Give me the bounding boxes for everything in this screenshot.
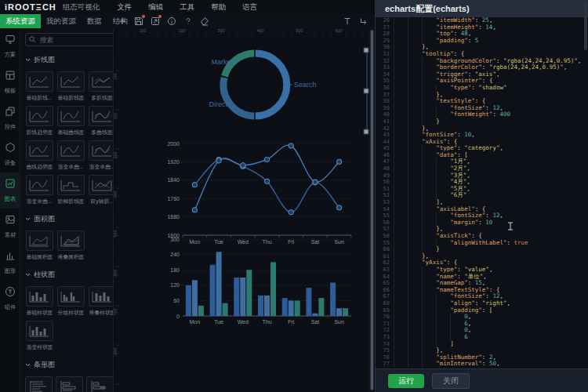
menu-item[interactable]: 语言 (242, 2, 257, 13)
rail-item-方案[interactable]: 方案 (0, 28, 20, 64)
line-number: 69 (376, 307, 390, 314)
line-number: 66 (376, 287, 390, 294)
library-item[interactable]: 堆叠柱状图 (88, 286, 114, 317)
editor-scrollbar[interactable] (584, 2, 587, 50)
library-item[interactable]: 渐变单曲... (25, 175, 53, 205)
menu-item[interactable]: 工具 (180, 2, 194, 13)
library-item-label: 多折线图 (91, 94, 113, 101)
chart-icon (5, 178, 16, 192)
library-item[interactable]: 基础折线... (25, 71, 53, 102)
donut-chart[interactable]: MarketSearchDirect (184, 43, 357, 129)
library-item[interactable]: 曲线趋势图 (25, 140, 53, 171)
library-item[interactable]: 基础折线图 (56, 71, 85, 102)
tab-系统资源[interactable]: 系统资源 (0, 14, 41, 28)
line-number: 41 (376, 118, 390, 125)
add-icon[interactable] (118, 16, 127, 26)
library-item[interactable]: 多曲线图 (88, 106, 114, 136)
library-item-label: 基础折线图 (57, 94, 83, 101)
line-number: 42 (376, 125, 390, 132)
line-number: 40 (376, 111, 390, 118)
menu-item[interactable]: 帮助 (211, 2, 226, 13)
library-item[interactable]: 双y轴折... (88, 175, 114, 205)
rail-item-素材[interactable]: 素材 (0, 209, 20, 245)
library-item[interactable]: 阶梯折线图 (56, 175, 85, 205)
svg-text:700: 700 (114, 308, 118, 315)
library-item[interactable] (56, 376, 83, 392)
rail-item-模板[interactable]: 模板 (0, 64, 20, 100)
chevron-down-icon (25, 217, 31, 221)
corner-arrow-icon[interactable] (359, 16, 368, 26)
save-icon[interactable] (134, 16, 143, 26)
export-icon[interactable] (151, 16, 160, 26)
library-item-label: 基础柱状图 (26, 309, 52, 316)
section-header[interactable]: 折线图 (25, 55, 108, 65)
line-number: 38 (376, 98, 390, 105)
help-icon[interactable] (183, 16, 193, 26)
code-line: 29"padding": 5 (376, 38, 588, 45)
rail-item-图表[interactable]: 图表 (0, 172, 20, 209)
line-number: 70 (376, 314, 390, 321)
menu-item[interactable]: 编辑 (148, 2, 163, 13)
rail-item-label: 图形 (4, 267, 15, 275)
library-item[interactable]: 折线趋势图 (25, 106, 53, 136)
subbar: 系统资源我的资源数据结构 (0, 14, 375, 28)
rail-item-控件[interactable]: 控件 (0, 100, 20, 136)
library-item[interactable]: 多折线图 (88, 71, 114, 102)
section-header[interactable]: 柱状图 (25, 270, 108, 280)
svg-text:240: 240 (170, 252, 180, 257)
rail-item-图形[interactable]: 图形 (0, 245, 20, 281)
app-logo: iROOTΞCH (5, 2, 56, 12)
rail-item-组件[interactable]: 组件 (0, 281, 20, 317)
line-number: 28 (376, 31, 390, 38)
library-item[interactable]: 基础柱状图 (25, 286, 53, 317)
bar-chart[interactable]: 060120180240300MonTueWedThuFriSatSun (167, 231, 363, 329)
bars-thumbnail-icon (26, 286, 53, 307)
tab-我的资源[interactable]: 我的资源 (41, 14, 82, 28)
code-editor[interactable]: 26"itemWidth": 25,27"itemHeight": 14,28"… (376, 17, 588, 368)
library-section: 折线图基础折线...基础折线图多折线图折线趋势图基础曲线图多曲线图曲线趋势图渐变… (25, 55, 108, 205)
library-item[interactable]: 渐变柱状图 (25, 321, 53, 351)
component-icon (5, 286, 16, 300)
line-chart[interactable]: 160016801760184019202000MonTueWedThuFriS… (167, 133, 363, 245)
svg-text:Sun: Sun (334, 319, 344, 325)
info-icon[interactable] (167, 16, 176, 26)
tab-数据[interactable]: 数据 (82, 14, 107, 28)
code-line: 74] (376, 341, 588, 348)
area-thumbnail-icon (26, 230, 53, 251)
text-icon[interactable] (343, 16, 352, 26)
run-button[interactable]: 运行 (388, 374, 424, 388)
curve-thumbnail-icon (26, 140, 53, 161)
canvas-scrollbar[interactable] (369, 28, 373, 392)
library-item[interactable]: 渐变单曲... (56, 140, 85, 171)
bar-series-3 (270, 262, 276, 316)
library-item[interactable]: 渐变单曲... (88, 140, 114, 171)
code-line: 736 (376, 334, 588, 341)
search-input[interactable] (38, 35, 114, 45)
library-section: 柱状图基础柱状图分组柱状图堆叠柱状图渐变柱状图 (25, 270, 108, 351)
search-box[interactable] (25, 33, 114, 46)
library-item-label: 双y轴折... (90, 198, 114, 205)
line-number: 76 (376, 354, 390, 361)
library-item[interactable]: 分组柱状图 (56, 286, 85, 317)
section-header[interactable]: 条形图 (25, 360, 108, 370)
menu-item[interactable]: 文件 (117, 2, 132, 13)
svg-text:100: 100 (114, 73, 118, 80)
line-number: 30 (376, 44, 390, 51)
library-item[interactable]: 基础曲线图 (56, 106, 85, 136)
library-item[interactable] (86, 376, 114, 392)
line-number: 71 (376, 321, 390, 328)
close-button[interactable]: 关闭 (432, 373, 470, 389)
library-item-label: 基础面积图 (26, 253, 52, 260)
rail-item-设备[interactable]: 设备 (0, 136, 20, 172)
code-line: 77"minInterval": 50, (376, 361, 588, 368)
bar-series-1 (282, 298, 288, 316)
design-canvas[interactable]: 100200300400500600 100200300400500600700… (114, 28, 375, 392)
line-number: 27 (376, 24, 390, 31)
bars-thumbnail-icon (26, 321, 53, 341)
library-item[interactable] (25, 376, 53, 392)
library-item[interactable]: 基础面积图 (25, 230, 53, 261)
line-number: 48 (376, 165, 390, 172)
library-item[interactable]: 堆叠面积图 (56, 230, 85, 261)
section-header[interactable]: 面积图 (25, 214, 108, 224)
clear-icon[interactable] (200, 16, 209, 26)
